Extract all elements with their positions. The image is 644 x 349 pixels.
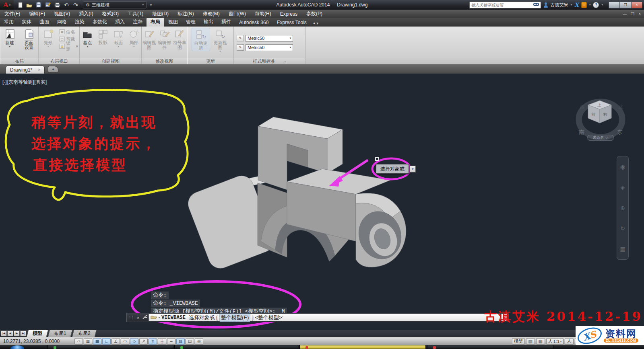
search-input[interactable] bbox=[471, 3, 533, 7]
selection-cycling-toggle[interactable]: ◎ bbox=[195, 338, 203, 345]
ribbon-tab-autodesk360[interactable]: Autodesk 360 bbox=[235, 19, 272, 27]
symbol-sketch-button[interactable]: 符号草图 bbox=[172, 28, 187, 50]
file-tab-close-icon[interactable]: × bbox=[38, 68, 40, 72]
panel-title-modify-views[interactable]: 修改视图 bbox=[142, 58, 187, 64]
dynamic-input-toggle[interactable]: ┼ bbox=[158, 338, 166, 345]
menu-parametric[interactable]: 参数(P) bbox=[302, 10, 327, 18]
annotation-visibility-button[interactable]: 人 bbox=[565, 338, 574, 345]
panel-title-viewports[interactable]: 布局视口 bbox=[39, 58, 79, 64]
tab-layout2[interactable]: 布局2 bbox=[72, 330, 96, 337]
dynamic-ucs-toggle[interactable]: ↯ bbox=[149, 338, 157, 345]
ribbon-tab-manage[interactable]: 管理 bbox=[182, 18, 200, 27]
download-icon[interactable]: ↓ bbox=[581, 2, 587, 8]
taskbar-app-3[interactable] bbox=[299, 345, 426, 349]
workspace-switcher[interactable]: ⚙ 三维建模 ▾ bbox=[83, 1, 147, 8]
ribbon-tab-view[interactable]: 视图 bbox=[164, 18, 182, 27]
polar-tracking-toggle[interactable]: ∠ bbox=[111, 338, 120, 345]
panel-title-styles[interactable]: 样式和标准⌄ bbox=[234, 58, 305, 64]
viewport-controls-link[interactable]: [-] bbox=[2, 79, 7, 85]
connect-icon[interactable]: ●▾ bbox=[313, 21, 318, 27]
page-setup-button[interactable]: 页面设置 bbox=[20, 28, 38, 50]
edit-view-button[interactable]: 编辑视图 bbox=[142, 28, 157, 50]
ribbon-tab-plugins[interactable]: 插件 bbox=[217, 18, 235, 27]
infer-constraints-toggle[interactable]: ▱ bbox=[74, 338, 83, 345]
panel-expand-icon[interactable]: ⌄ bbox=[284, 60, 287, 63]
lock-viewport-button[interactable]: 🔒锁定▾ bbox=[58, 43, 79, 49]
ribbon-tab-expresstools[interactable]: Express Tools bbox=[272, 19, 310, 27]
panel-title-update[interactable]: 更新 bbox=[188, 58, 233, 64]
save-as-button[interactable] bbox=[44, 1, 52, 8]
command-close-icon[interactable]: × bbox=[135, 315, 141, 320]
ribbon-tab-surface[interactable]: 曲面 bbox=[35, 18, 53, 27]
undo-button[interactable]: ↶▾ bbox=[62, 1, 70, 8]
menu-draw[interactable]: 绘图(D) bbox=[148, 10, 173, 18]
ribbon-tab-parametric[interactable]: 参数化 bbox=[89, 18, 111, 27]
prompt-options-button[interactable]: ▼ bbox=[410, 166, 416, 172]
grid-display-toggle[interactable]: ▩ bbox=[93, 338, 101, 345]
ribbon-tab-layout[interactable]: 布局 bbox=[147, 18, 164, 27]
new-file-button[interactable] bbox=[16, 1, 24, 8]
menu-dimension[interactable]: 标注(N) bbox=[173, 10, 198, 18]
snap-mode-toggle[interactable]: ▦ bbox=[84, 338, 92, 345]
file-tab-drawing1[interactable]: Drawing1* × bbox=[6, 66, 45, 74]
dim-style-dropdown[interactable]: Metric50▾ bbox=[246, 35, 293, 42]
menu-help[interactable]: 帮助(H) bbox=[250, 10, 276, 18]
showmotion-icon[interactable]: ▦ bbox=[620, 246, 625, 252]
lineweight-toggle[interactable]: ━ bbox=[167, 338, 175, 345]
ribbon-tab-mesh[interactable]: 网格 bbox=[53, 18, 71, 27]
ribbon-tab-home[interactable]: 常用 bbox=[0, 18, 18, 27]
quick-properties-toggle[interactable]: ▤ bbox=[186, 338, 194, 345]
open-file-button[interactable] bbox=[25, 1, 33, 8]
taskbar-app-1[interactable] bbox=[47, 345, 173, 349]
object-snap-tracking-toggle[interactable]: ↗ bbox=[139, 338, 148, 345]
menu-express[interactable]: Express bbox=[276, 10, 302, 18]
detail-view-button[interactable]: A 局部 ▾ bbox=[127, 28, 142, 48]
object-snap-3d-toggle[interactable]: ◇ bbox=[130, 338, 138, 345]
signed-in-user[interactable]: 古滇艾米 bbox=[551, 2, 568, 8]
projected-view-button[interactable]: 投影 bbox=[96, 28, 111, 45]
panel-title-layout[interactable]: 布局 bbox=[0, 58, 38, 64]
menu-insert[interactable]: 插入(I) bbox=[74, 10, 97, 18]
zoom-icon[interactable]: ⊕ bbox=[620, 205, 625, 211]
menu-window[interactable]: 窗口(W) bbox=[224, 10, 250, 18]
doc-close-icon[interactable]: × bbox=[638, 12, 641, 16]
qat-customize-button[interactable]: ▾ bbox=[147, 1, 155, 8]
section-view-button[interactable]: A 截面 ▾ bbox=[111, 28, 126, 48]
start-button[interactable] bbox=[10, 345, 24, 349]
viewport-visualstyle-link[interactable]: [真实] bbox=[34, 79, 47, 85]
quick-view-layouts-button[interactable]: ▤ bbox=[526, 338, 535, 345]
quick-view-drawings-button[interactable]: ▥ bbox=[536, 338, 545, 345]
menu-edit[interactable]: 编辑(E) bbox=[25, 10, 50, 18]
pan-icon[interactable]: ◈ bbox=[621, 184, 625, 191]
rect-viewport-button[interactable]: 矩形 ▾ bbox=[39, 28, 57, 48]
ribbon-tab-output[interactable]: 输出 bbox=[200, 18, 217, 27]
prev-tab-button[interactable]: ◀ bbox=[7, 331, 13, 336]
restore-button[interactable]: ❐ bbox=[620, 2, 631, 8]
first-tab-button[interactable]: |◀ bbox=[1, 331, 7, 336]
panel-title-create-views[interactable]: 创建视图 bbox=[80, 58, 141, 64]
command-input[interactable]: ▾ VIEWBASE 选择对象或 [整个模型(E)] <整个模型>: bbox=[149, 314, 500, 321]
viewcube-ucs-dropdown[interactable]: 未命名▽ bbox=[587, 135, 614, 141]
ortho-mode-toggle[interactable]: ∟ bbox=[102, 338, 111, 345]
new-drawing-tab-button[interactable]: + bbox=[48, 66, 58, 73]
annot-style-dropdown[interactable]: Metric50▾ bbox=[246, 44, 293, 51]
tab-model[interactable]: 模型 bbox=[27, 330, 48, 337]
base-view-button[interactable]: 基点 ▾ bbox=[80, 28, 95, 48]
minimize-button[interactable]: — bbox=[609, 2, 620, 8]
doc-restore-icon[interactable]: ❐ bbox=[631, 12, 634, 16]
taskbar-app-2[interactable] bbox=[174, 345, 298, 349]
next-tab-button[interactable]: ▶ bbox=[14, 331, 20, 336]
named-viewport-button[interactable]: ▣命名 bbox=[58, 29, 79, 35]
exchange-apps-icon[interactable]: X bbox=[574, 2, 579, 8]
menu-modify[interactable]: 修改(M) bbox=[198, 10, 224, 18]
auto-update-button[interactable]: ↻ 自动更新 bbox=[192, 28, 210, 51]
menu-tools[interactable]: 工具(T) bbox=[123, 10, 148, 18]
help-icon[interactable]: ? bbox=[593, 2, 599, 8]
customize-wrench-icon[interactable] bbox=[141, 314, 148, 320]
ribbon-tab-insert[interactable]: 插入 bbox=[111, 18, 129, 27]
taskbar-app-4[interactable] bbox=[427, 345, 553, 349]
navigation-wheel-icon[interactable]: ◉ bbox=[620, 164, 625, 170]
save-button[interactable] bbox=[35, 1, 43, 8]
drawing-viewport[interactable]: 西 北 南 东 上 前 右 [-][东南等轴测][真实] 稍等片刻，就出现 选择… bbox=[0, 74, 644, 330]
viewport-view-link[interactable]: [东南等轴测] bbox=[7, 79, 34, 85]
